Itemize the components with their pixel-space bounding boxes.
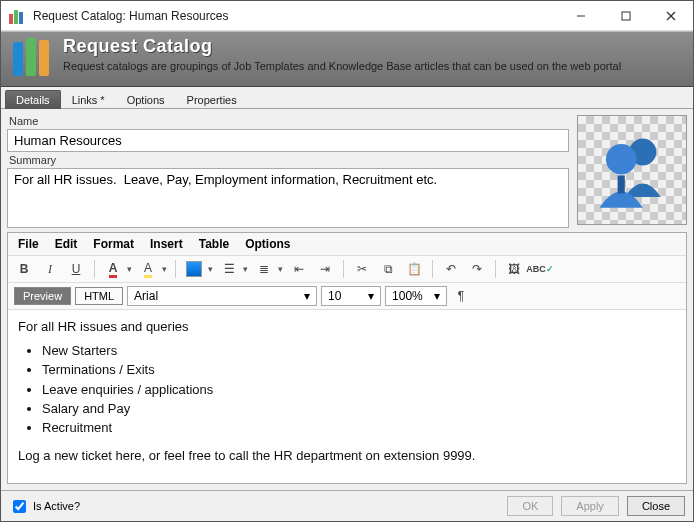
tab-properties[interactable]: Properties	[176, 90, 248, 109]
tab-options[interactable]: Options	[116, 90, 176, 109]
menu-file[interactable]: File	[18, 237, 39, 251]
underline-button[interactable]: U	[66, 259, 86, 279]
pilcrow-button[interactable]: ¶	[451, 286, 471, 306]
font-selector[interactable]: Arial▾	[127, 286, 317, 306]
list-item: Leave enquiries / applications	[42, 381, 676, 399]
name-input[interactable]	[7, 129, 569, 152]
copy-button[interactable]: ⧉	[378, 259, 398, 279]
tab-links[interactable]: Links *	[61, 90, 116, 109]
menu-table[interactable]: Table	[199, 237, 229, 251]
window-title: Request Catalog: Human Resources	[33, 9, 558, 23]
font-size-selector[interactable]: 10▾	[321, 286, 381, 306]
menu-insert[interactable]: Insert	[150, 237, 183, 251]
list-item: Terminations / Exits	[42, 361, 676, 379]
menu-format[interactable]: Format	[93, 237, 134, 251]
bold-button[interactable]: B	[14, 259, 34, 279]
is-active-checkbox[interactable]: Is Active?	[9, 497, 80, 516]
tabstrip: Details Links * Options Properties	[1, 87, 693, 109]
header-band: Request Catalog Request catalogs are gro…	[1, 31, 693, 87]
content-outro: Log a new ticket here, or feel free to c…	[18, 447, 676, 465]
footer: Is Active? OK Apply Close	[1, 490, 693, 521]
editor-menubar: File Edit Format Insert Table Options	[8, 233, 686, 256]
insert-image-button[interactable]: 🖼	[504, 259, 524, 279]
chevron-down-icon[interactable]: ▾	[243, 264, 248, 274]
is-active-label: Is Active?	[33, 500, 80, 512]
header-title: Request Catalog	[63, 36, 685, 57]
tab-body: Name Summary For all HR issues. Leave, P…	[1, 109, 693, 490]
content-list: New Starters Terminations / Exits Leave …	[42, 342, 676, 437]
app-icon	[9, 8, 25, 24]
list-item: Salary and Pay	[42, 400, 676, 418]
minimize-button[interactable]	[558, 1, 603, 30]
people-icon	[587, 125, 677, 215]
font-color-button[interactable]: A	[103, 259, 123, 279]
undo-button[interactable]: ↶	[441, 259, 461, 279]
image-thumbnail[interactable]	[577, 115, 687, 225]
redo-button[interactable]: ↷	[467, 259, 487, 279]
outdent-button[interactable]: ⇤	[289, 259, 309, 279]
list-item: New Starters	[42, 342, 676, 360]
menu-edit[interactable]: Edit	[55, 237, 78, 251]
svg-point-5	[606, 144, 637, 175]
close-button-footer[interactable]: Close	[627, 496, 685, 516]
chevron-down-icon[interactable]: ▾	[162, 264, 167, 274]
header-description: Request catalogs are groupings of Job Te…	[63, 59, 685, 73]
indent-button[interactable]: ⇥	[315, 259, 335, 279]
spellcheck-button[interactable]: ABC✓	[530, 259, 550, 279]
ok-button[interactable]: OK	[507, 496, 553, 516]
html-tab[interactable]: HTML	[75, 287, 123, 305]
italic-button[interactable]: I	[40, 259, 60, 279]
cut-button[interactable]: ✂	[352, 259, 372, 279]
tab-details[interactable]: Details	[5, 90, 61, 109]
editor-toolbar-view: Preview HTML Arial▾ 10▾ 100%▾ ¶	[8, 283, 686, 310]
titlebar: Request Catalog: Human Resources	[1, 1, 693, 31]
number-list-button[interactable]: ≣	[254, 259, 274, 279]
bullet-list-button[interactable]: ☰	[219, 259, 239, 279]
maximize-button[interactable]	[603, 1, 648, 30]
close-button[interactable]	[648, 1, 693, 30]
chevron-down-icon[interactable]: ▾	[127, 264, 132, 274]
catalog-icon	[9, 36, 53, 80]
editor-content[interactable]: For all HR issues and queries New Starte…	[8, 310, 686, 483]
list-item: Recruitment	[42, 419, 676, 437]
editor-toolbar-format: B I U A▾ A▾ ▾ ☰▾ ≣▾ ⇤ ⇥ ✂ ⧉ 📋 ↶ ↷	[8, 256, 686, 283]
zoom-selector[interactable]: 100%▾	[385, 286, 447, 306]
chevron-down-icon[interactable]: ▾	[278, 264, 283, 274]
window: Request Catalog: Human Resources Request…	[0, 0, 694, 522]
svg-rect-6	[618, 175, 625, 193]
summary-input[interactable]: For all HR issues. Leave, Pay, Employmen…	[7, 168, 569, 228]
chevron-down-icon[interactable]: ▾	[208, 264, 213, 274]
back-color-button[interactable]	[184, 259, 204, 279]
menu-options[interactable]: Options	[245, 237, 290, 251]
name-label: Name	[7, 115, 569, 127]
is-active-input[interactable]	[13, 500, 26, 513]
content-intro: For all HR issues and queries	[18, 318, 676, 336]
summary-label: Summary	[7, 154, 569, 166]
preview-tab[interactable]: Preview	[14, 287, 71, 305]
svg-rect-1	[622, 12, 630, 20]
apply-button[interactable]: Apply	[561, 496, 619, 516]
paste-button[interactable]: 📋	[404, 259, 424, 279]
rich-editor: File Edit Format Insert Table Options B …	[7, 232, 687, 484]
highlight-button[interactable]: A	[138, 259, 158, 279]
